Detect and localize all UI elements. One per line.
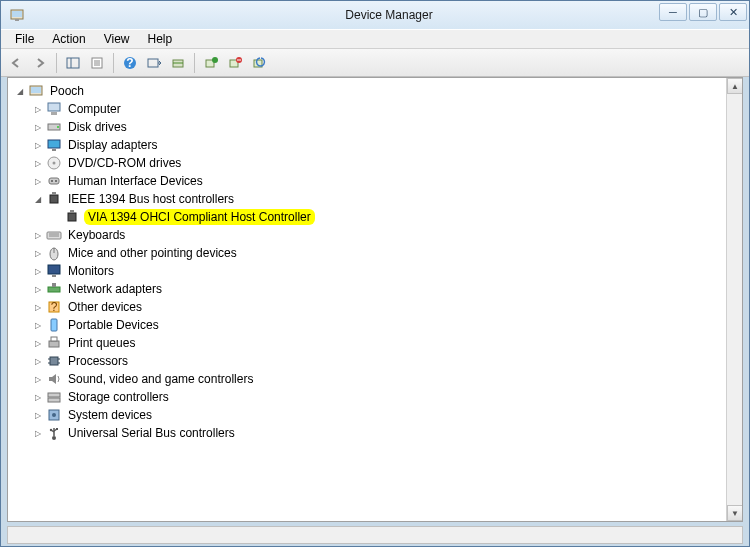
menu-help[interactable]: Help <box>140 30 181 48</box>
svg-rect-63 <box>56 428 58 430</box>
tree-node-label: Network adapters <box>66 282 164 296</box>
svg-point-15 <box>212 57 218 63</box>
svg-rect-3 <box>67 58 79 68</box>
tree-node-label: Universal Serial Bus controllers <box>66 426 237 440</box>
window-title: Device Manager <box>345 8 432 22</box>
menu-view[interactable]: View <box>96 30 138 48</box>
svg-rect-57 <box>48 398 60 402</box>
tree-node[interactable]: ▷Computer <box>10 100 740 118</box>
svg-point-25 <box>57 126 59 128</box>
tree-node[interactable]: ▷Keyboards <box>10 226 740 244</box>
expand-icon[interactable]: ▷ <box>32 229 44 241</box>
update-driver-button[interactable] <box>200 52 222 74</box>
expand-icon[interactable]: ▷ <box>32 337 44 349</box>
scroll-up-button[interactable]: ▲ <box>727 78 743 94</box>
expand-icon[interactable]: ▷ <box>32 427 44 439</box>
expand-icon[interactable]: ▷ <box>32 319 44 331</box>
svg-rect-36 <box>70 210 74 213</box>
expand-icon[interactable]: ▷ <box>32 247 44 259</box>
expand-icon[interactable]: ▷ <box>32 157 44 169</box>
titlebar[interactable]: Device Manager ─ ▢ ✕ <box>1 1 749 29</box>
expand-icon[interactable]: ▷ <box>32 301 44 313</box>
window-controls: ─ ▢ ✕ <box>659 3 747 21</box>
expand-icon[interactable]: ▷ <box>32 409 44 421</box>
tree-root[interactable]: ◢Pooch <box>10 82 740 100</box>
menu-file[interactable]: File <box>7 30 42 48</box>
svg-rect-51 <box>50 357 58 365</box>
maximize-button[interactable]: ▢ <box>689 3 717 21</box>
tree-node[interactable]: ▷Display adapters <box>10 136 740 154</box>
vertical-scrollbar[interactable]: ▲ ▼ <box>726 78 742 521</box>
svg-text:?: ? <box>51 300 58 314</box>
device-tree[interactable]: ◢Pooch▷Computer▷Disk drives▷Display adap… <box>8 78 742 521</box>
toolbar: ? <box>1 49 749 77</box>
menubar: File Action View Help <box>1 29 749 49</box>
tree-node[interactable]: ▷?Other devices <box>10 298 740 316</box>
svg-point-29 <box>53 162 56 165</box>
scan-button[interactable] <box>167 52 189 74</box>
collapse-icon[interactable]: ◢ <box>32 193 44 205</box>
expand-icon[interactable]: ▷ <box>32 283 44 295</box>
expand-icon[interactable]: ▷ <box>32 265 44 277</box>
tree-node[interactable]: ▷Sound, video and game controllers <box>10 370 740 388</box>
tree-node[interactable]: ▷Processors <box>10 352 740 370</box>
system-icon <box>46 407 62 423</box>
expand-icon[interactable]: ▷ <box>32 139 44 151</box>
scroll-down-button[interactable]: ▼ <box>727 505 743 521</box>
svg-rect-50 <box>51 337 57 341</box>
svg-rect-30 <box>49 178 59 184</box>
expand-icon[interactable]: ▷ <box>32 103 44 115</box>
svg-rect-22 <box>48 103 60 111</box>
properties-button[interactable] <box>86 52 108 74</box>
statusbar <box>7 526 743 544</box>
tree-node[interactable]: ▷Human Interface Devices <box>10 172 740 190</box>
svg-rect-23 <box>51 112 57 115</box>
tree-node-label: Mice and other pointing devices <box>66 246 239 260</box>
minimize-button[interactable]: ─ <box>659 3 687 21</box>
tree-node[interactable]: ▷Portable Devices <box>10 316 740 334</box>
expand-icon[interactable]: ▷ <box>32 391 44 403</box>
svg-point-62 <box>50 429 52 431</box>
tree-node[interactable]: ▷Print queues <box>10 334 740 352</box>
tree-node[interactable]: ▷Monitors <box>10 262 740 280</box>
svg-rect-43 <box>52 275 56 277</box>
svg-rect-2 <box>15 19 19 21</box>
tree-node[interactable]: ◢IEEE 1394 Bus host controllers <box>10 190 740 208</box>
svg-point-31 <box>51 180 53 182</box>
hid-icon <box>46 173 62 189</box>
tree-root-label: Pooch <box>48 84 86 98</box>
expand-icon[interactable]: ▷ <box>32 175 44 187</box>
collapse-icon[interactable]: ◢ <box>14 85 26 97</box>
tree-node[interactable]: ▷Universal Serial Bus controllers <box>10 424 740 442</box>
dvd-icon <box>46 155 62 171</box>
tree-node-label: IEEE 1394 Bus host controllers <box>66 192 236 206</box>
close-button[interactable]: ✕ <box>719 3 747 21</box>
expand-icon[interactable]: ▷ <box>32 121 44 133</box>
tree-node-label: Display adapters <box>66 138 159 152</box>
ieee1394-icon <box>64 209 80 225</box>
tree-node[interactable]: ▷Mice and other pointing devices <box>10 244 740 262</box>
back-button[interactable] <box>5 52 27 74</box>
svg-rect-11 <box>148 59 158 67</box>
menu-action[interactable]: Action <box>44 30 93 48</box>
action-button[interactable] <box>143 52 165 74</box>
svg-rect-34 <box>52 192 56 195</box>
tree-node[interactable]: ▷Disk drives <box>10 118 740 136</box>
tree-node-label: Portable Devices <box>66 318 161 332</box>
tree-node[interactable]: VIA 1394 OHCI Compliant Host Controller <box>10 208 740 226</box>
tree-node-label: Keyboards <box>66 228 127 242</box>
tree-node[interactable]: ▷DVD/CD-ROM drives <box>10 154 740 172</box>
expand-icon[interactable]: ▷ <box>32 373 44 385</box>
tree-node[interactable]: ▷Network adapters <box>10 280 740 298</box>
expand-icon[interactable]: ▷ <box>32 355 44 367</box>
tree-node[interactable]: ▷System devices <box>10 406 740 424</box>
uninstall-button[interactable] <box>224 52 246 74</box>
help-button[interactable]: ? <box>119 52 141 74</box>
svg-text:?: ? <box>126 56 133 70</box>
show-hide-tree-button[interactable] <box>62 52 84 74</box>
tree-node-label: DVD/CD-ROM drives <box>66 156 183 170</box>
tree-node[interactable]: ▷Storage controllers <box>10 388 740 406</box>
forward-button[interactable] <box>29 52 51 74</box>
tree-node-label: System devices <box>66 408 154 422</box>
disable-button[interactable] <box>248 52 270 74</box>
